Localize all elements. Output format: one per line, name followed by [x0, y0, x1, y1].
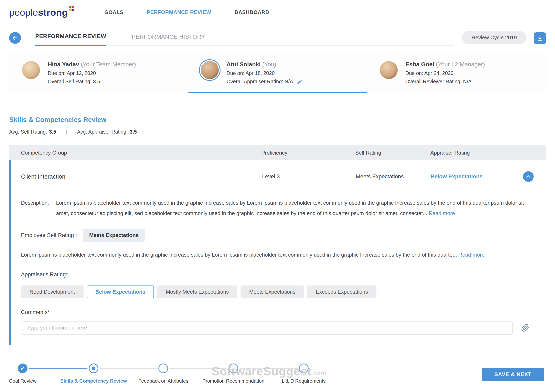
- cell-competency-group: Client Interaction: [11, 173, 262, 180]
- overall-rating: Overall Self Rating: 3.5: [48, 78, 136, 85]
- avg-appraiser-rating-label: Avg. Appraiser Rating:: [77, 129, 128, 135]
- step-label[interactable]: Skills & Competency Review: [60, 378, 127, 384]
- nav-item-dashboard[interactable]: DASHBOARD: [235, 9, 269, 15]
- reviewer-cards: Hina Yadav (Your Team Member) Due on: Ap…: [9, 54, 546, 93]
- avg-appraiser-rating-value: 3.5: [130, 129, 137, 135]
- main-nav: GOALS PERFORMANCE REVIEW DASHBOARD: [104, 9, 269, 15]
- due-date: Due on: Apr 24, 2020: [405, 70, 485, 76]
- read-more-link[interactable]: Read more: [458, 252, 485, 258]
- cell-appraiser-rating: Below Expectations: [431, 173, 511, 180]
- avatar: [22, 61, 40, 79]
- chevron-up-icon: [526, 174, 531, 179]
- header-cell-proficiency: Proficiency: [262, 150, 355, 156]
- avatar: [201, 61, 219, 79]
- due-date: Due on: Apr 18, 2020: [226, 70, 302, 76]
- save-next-button[interactable]: SAVE & NEXT: [482, 368, 544, 381]
- tab-performance-review[interactable]: PERFORMANCE REVIEW: [35, 33, 106, 46]
- comment-input[interactable]: [21, 321, 513, 335]
- reviewer-role: (You): [262, 61, 276, 68]
- self-rating-badge: Meets Expectations: [83, 229, 145, 242]
- avg-self-rating-value: 3.5: [49, 129, 56, 135]
- reviewer-role: (Your Team Member): [81, 61, 136, 68]
- reviewer-card-you[interactable]: Atul Solanki (You) Due on: Apr 18, 2020 …: [188, 54, 367, 93]
- step-connector: [100, 368, 157, 369]
- reviewer-card-team-member[interactable]: Hina Yadav (Your Team Member) Due on: Ap…: [9, 54, 188, 93]
- stepper-bar: SoftwareSuggest.com ✓ Goal Review Skills…: [0, 360, 555, 392]
- description-text: Lorem ipsum is placeholder text commonly…: [56, 198, 529, 218]
- nav-item-performance-review[interactable]: PERFORMANCE REVIEW: [147, 9, 211, 15]
- reviewer-card-l2-manager[interactable]: Esha Goel (Your L2 Manager) Due on: Apr …: [367, 54, 546, 93]
- step-connector: [240, 368, 298, 369]
- description-label: Description:: [21, 198, 56, 218]
- step-pending-circle-icon[interactable]: [228, 363, 238, 373]
- header-cell-self-rating: Self Rating: [355, 150, 430, 156]
- competency-row-expanded: Client Interaction Level 3 Meets Expecta…: [9, 160, 546, 345]
- row-detail: Description: Lorem ipsum is placeholder …: [11, 198, 546, 345]
- step-label[interactable]: L & D Requirements: [282, 378, 326, 384]
- header-cell-appraiser-rating: Appraiser Rating: [430, 150, 511, 156]
- download-button[interactable]: [534, 32, 546, 44]
- self-rating-label: Employee Self Rating :: [21, 232, 77, 238]
- avg-self-rating-label: Avg. Self Rating:: [9, 129, 47, 135]
- collapse-button[interactable]: [523, 171, 533, 182]
- step-connector: [29, 368, 88, 369]
- logo-text-strong: strong: [38, 7, 68, 18]
- section-title: Skills & Competencies Review: [9, 116, 546, 124]
- logo-text-people: people: [9, 7, 38, 18]
- rating-option-need-development[interactable]: Need Development: [21, 285, 84, 298]
- rating-option-mostly-meets-expectations[interactable]: Mostly Meets Expectations: [157, 285, 237, 298]
- peoplestrong-logo[interactable]: peoplestrong: [9, 7, 74, 18]
- employee-self-rating-row: Employee Self Rating : Meets Expectation…: [21, 229, 529, 242]
- reviewer-role: (Your L2 Manager): [436, 61, 485, 68]
- avg-separator: |: [66, 129, 67, 135]
- self-rating-comment: Lorem ipsum is placeholder text commonly…: [21, 251, 529, 259]
- table-row: Client Interaction Level 3 Meets Expecta…: [11, 160, 546, 193]
- overall-rating: Overall Reviewer Rating: N/A: [405, 78, 485, 85]
- rating-option-exceeds-expectations[interactable]: Exceeds Expectations: [307, 285, 376, 298]
- cell-proficiency: Level 3: [262, 173, 356, 180]
- header-cell-competency-group: Competency Group: [9, 150, 262, 156]
- back-button[interactable]: [9, 32, 21, 44]
- step-label[interactable]: Feedback on Attributes: [138, 378, 188, 384]
- table-header: Competency Group Proficiency Self Rating…: [9, 145, 546, 160]
- rating-option-below-expectations[interactable]: Below Expectations: [87, 285, 154, 298]
- read-more-link[interactable]: Read more: [429, 210, 455, 216]
- attachment-paperclip-icon[interactable]: [521, 324, 529, 332]
- download-icon: [537, 35, 543, 41]
- reviewer-name: Atul Solanki (You): [226, 61, 302, 68]
- step-label[interactable]: Goal Review: [9, 378, 37, 384]
- step-active-radio-icon[interactable]: [89, 363, 98, 373]
- step-completed-check-icon[interactable]: ✓: [18, 363, 28, 373]
- arrow-left-icon: [12, 35, 18, 41]
- tab-performance-history[interactable]: PERFORMANCE HISTORY: [132, 34, 205, 45]
- review-tabs: PERFORMANCE REVIEW PERFORMANCE HISTORY: [35, 33, 454, 46]
- review-cycle-button[interactable]: Review Cycle 2019: [462, 31, 526, 44]
- avatar: [380, 61, 398, 79]
- overall-rating: Overall Appraiser Rating: N/A: [226, 78, 302, 85]
- description-block: Description: Lorem ipsum is placeholder …: [21, 198, 529, 218]
- competency-table: Competency Group Proficiency Self Rating…: [9, 145, 546, 345]
- rating-options: Need Development Below Expectations Most…: [21, 285, 529, 298]
- reviewer-name: Hina Yadav (Your Team Member): [48, 61, 136, 68]
- nav-item-goals[interactable]: GOALS: [104, 9, 123, 15]
- page-subheader: PERFORMANCE REVIEW PERFORMANCE HISTORY R…: [0, 31, 555, 46]
- cell-self-rating: Meets Expectations: [356, 173, 431, 180]
- rating-option-meets-expectations[interactable]: Meets Expectations: [241, 285, 304, 298]
- comments-label: Comments*: [21, 309, 529, 315]
- step-pending-circle-icon[interactable]: [299, 363, 309, 373]
- due-date: Due on: Apr 12, 2020: [48, 70, 136, 76]
- step-pending-circle-icon[interactable]: [158, 363, 168, 373]
- top-navbar: peoplestrong GOALS PERFORMANCE REVIEW DA…: [0, 0, 555, 25]
- appraiser-rating-label: Appraiser's Rating*: [21, 271, 529, 278]
- avg-ratings: Avg. Self Rating: 3.5 | Avg. Appraiser R…: [9, 129, 546, 135]
- edit-icon[interactable]: [297, 79, 302, 85]
- step-connector: [169, 368, 227, 369]
- reviewer-name: Esha Goel (Your L2 Manager): [405, 61, 485, 68]
- comment-input-row: [21, 321, 529, 335]
- step-label[interactable]: Promotion Recommendation: [202, 378, 264, 384]
- logo-pixel-mark-icon: [69, 6, 74, 11]
